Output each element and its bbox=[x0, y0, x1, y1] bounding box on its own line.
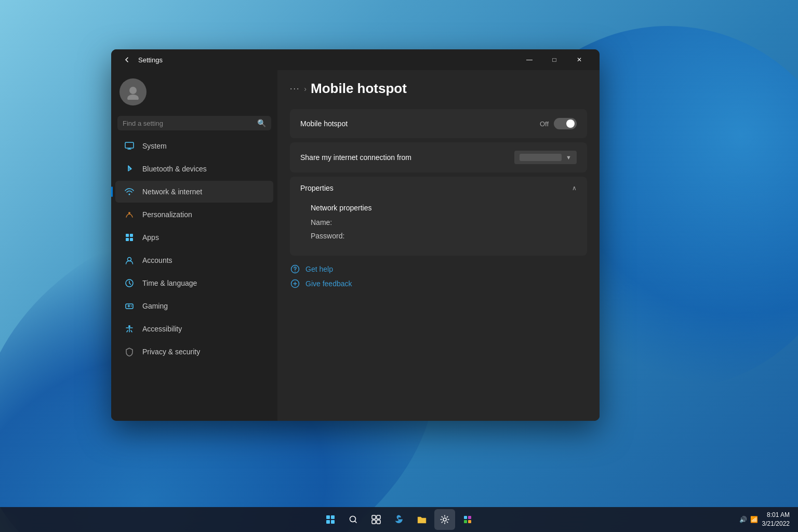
svg-rect-28 bbox=[468, 516, 471, 519]
taskbar-center bbox=[320, 509, 478, 530]
svg-point-1 bbox=[127, 95, 139, 100]
svg-rect-6 bbox=[130, 234, 133, 237]
sidebar-item-accessibility[interactable]: Accessibility bbox=[115, 318, 273, 340]
svg-point-12 bbox=[131, 305, 132, 307]
svg-rect-24 bbox=[372, 520, 376, 524]
accounts-icon bbox=[124, 255, 135, 266]
maximize-button[interactable]: □ bbox=[542, 51, 566, 68]
svg-point-0 bbox=[129, 87, 137, 94]
sidebar-item-privacy[interactable]: Privacy & security bbox=[115, 341, 273, 363]
sidebar-item-apps[interactable]: Apps bbox=[115, 227, 273, 248]
svg-rect-20 bbox=[331, 520, 335, 524]
sidebar-item-label: Bluetooth & devices bbox=[142, 165, 207, 173]
svg-rect-18 bbox=[331, 515, 335, 519]
store-button[interactable] bbox=[457, 509, 478, 530]
sidebar-item-system[interactable]: System bbox=[115, 135, 273, 157]
bluetooth-icon bbox=[124, 163, 135, 175]
get-help-icon bbox=[290, 264, 300, 274]
svg-rect-29 bbox=[464, 520, 467, 523]
give-feedback-icon bbox=[290, 278, 300, 289]
sidebar-item-personalization[interactable]: Personalization bbox=[115, 204, 273, 225]
sidebar-item-gaming[interactable]: Gaming bbox=[115, 295, 273, 317]
personalization-icon bbox=[124, 209, 135, 220]
properties-chevron-up-icon: ∧ bbox=[572, 184, 577, 192]
properties-body: Network properties Name: Password: bbox=[290, 200, 587, 256]
search-icon: 🔍 bbox=[257, 119, 266, 127]
chevron-down-icon: ▼ bbox=[566, 154, 571, 161]
get-help-link[interactable]: Get help bbox=[290, 264, 587, 274]
svg-point-26 bbox=[443, 518, 446, 521]
settings-window: Settings — □ ✕ 🔍 bbox=[111, 49, 600, 421]
svg-rect-8 bbox=[130, 238, 133, 241]
give-feedback-link[interactable]: Give feedback bbox=[290, 278, 587, 289]
give-feedback-label: Give feedback bbox=[305, 280, 352, 288]
password-label: Password: bbox=[311, 232, 363, 240]
share-connection-dropdown[interactable]: ▼ bbox=[514, 151, 577, 164]
dropdown-value bbox=[520, 154, 562, 161]
start-button[interactable] bbox=[320, 509, 341, 530]
toggle-knob bbox=[566, 119, 575, 128]
breadcrumb-chevron: › bbox=[304, 85, 307, 93]
sidebar-item-bluetooth[interactable]: Bluetooth & devices bbox=[115, 158, 273, 180]
apps-icon bbox=[124, 232, 135, 243]
search-input[interactable] bbox=[123, 119, 253, 127]
svg-rect-27 bbox=[464, 516, 467, 519]
taskbar: 🔊 📶 8:01 AM 3/21/2022 bbox=[0, 507, 798, 532]
content-area: 🔍 System Bluet bbox=[111, 70, 600, 421]
sidebar-item-label: Time & language bbox=[142, 279, 197, 287]
sidebar-item-time[interactable]: Time & language bbox=[115, 272, 273, 294]
network-icon bbox=[124, 186, 135, 197]
privacy-icon bbox=[124, 346, 135, 357]
sidebar-item-label: Network & internet bbox=[142, 188, 202, 196]
close-button[interactable]: ✕ bbox=[567, 51, 591, 68]
window-title: Settings bbox=[138, 56, 163, 64]
hotspot-toggle-area: Off bbox=[540, 118, 577, 129]
edge-button[interactable] bbox=[389, 509, 409, 530]
sidebar-item-accounts[interactable]: Accounts bbox=[115, 249, 273, 271]
hotspot-label: Mobile hotspot bbox=[300, 119, 540, 128]
file-explorer-button[interactable] bbox=[411, 509, 432, 530]
hotspot-card: Mobile hotspot Off bbox=[290, 109, 587, 138]
task-view-button[interactable] bbox=[366, 509, 387, 530]
name-label: Name: bbox=[311, 218, 363, 227]
sidebar-item-label: Apps bbox=[142, 233, 159, 242]
taskbar-settings-button[interactable] bbox=[434, 509, 455, 530]
gaming-icon bbox=[124, 300, 135, 312]
share-connection-label: Share my internet connection from bbox=[300, 153, 514, 162]
user-section bbox=[111, 74, 277, 114]
svg-point-4 bbox=[128, 212, 130, 214]
svg-rect-7 bbox=[126, 238, 129, 241]
accessibility-icon bbox=[124, 323, 135, 335]
sidebar-item-label: Personalization bbox=[142, 210, 192, 219]
back-button[interactable] bbox=[119, 52, 134, 67]
taskbar-search-button[interactable] bbox=[343, 509, 364, 530]
system-icon bbox=[124, 140, 135, 152]
page-title: Mobile hotspot bbox=[311, 81, 407, 97]
hotspot-toggle[interactable] bbox=[554, 118, 577, 129]
password-row: Password: bbox=[311, 232, 577, 240]
properties-header[interactable]: Properties ∧ bbox=[290, 177, 587, 200]
svg-rect-19 bbox=[326, 520, 330, 524]
window-controls: — □ ✕ bbox=[517, 51, 591, 68]
network-properties-title: Network properties bbox=[311, 204, 577, 212]
taskbar-right: 🔊 📶 8:01 AM 3/21/2022 bbox=[739, 507, 790, 532]
taskbar-time-text: 8:01 AM bbox=[762, 511, 790, 520]
svg-point-3 bbox=[129, 194, 130, 195]
taskbar-date-text: 3/21/2022 bbox=[762, 520, 790, 528]
svg-point-13 bbox=[128, 325, 130, 327]
taskbar-sys-icons: 🔊 📶 bbox=[739, 516, 758, 523]
search-box[interactable]: 🔍 bbox=[117, 116, 271, 130]
volume-icon: 🔊 bbox=[739, 516, 747, 523]
sidebar-item-label: Privacy & security bbox=[142, 348, 200, 356]
sidebar-item-label: Gaming bbox=[142, 302, 168, 310]
share-connection-row: Share my internet connection from ▼ bbox=[290, 142, 587, 172]
avatar bbox=[119, 78, 147, 105]
properties-card: Properties ∧ Network properties Name: Pa… bbox=[290, 177, 587, 256]
minimize-button[interactable]: — bbox=[517, 51, 541, 68]
svg-rect-23 bbox=[377, 515, 380, 519]
sidebar-item-label: Accessibility bbox=[142, 325, 182, 333]
svg-rect-30 bbox=[468, 520, 471, 523]
hotspot-row: Mobile hotspot Off bbox=[290, 109, 587, 138]
sidebar-item-network[interactable]: Network & internet bbox=[115, 181, 273, 203]
time-icon bbox=[124, 277, 135, 289]
